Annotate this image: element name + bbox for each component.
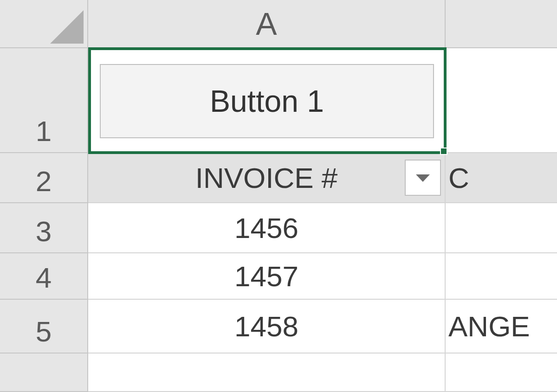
cell-b3[interactable]	[446, 203, 557, 253]
row-3: 3 1456	[0, 203, 557, 253]
row-4: 4 1457	[0, 253, 557, 300]
cell-b1[interactable]	[446, 48, 557, 153]
cell-b4[interactable]	[446, 253, 557, 300]
row-header-5[interactable]: 5	[0, 300, 88, 353]
cell-b2[interactable]: C	[446, 153, 557, 203]
row-header-3[interactable]: 3	[0, 203, 88, 253]
select-all-corner[interactable]	[0, 0, 88, 48]
row-header-2[interactable]: 2	[0, 153, 88, 203]
cell-b5[interactable]: ANGE	[446, 300, 557, 353]
row-header-4[interactable]: 4	[0, 253, 88, 300]
row-header-1[interactable]: 1	[0, 48, 88, 153]
form-button-1[interactable]: Button 1	[100, 64, 434, 138]
cell-a2[interactable]: INVOICE #	[88, 153, 446, 203]
filter-dropdown-button[interactable]	[405, 160, 441, 196]
svg-marker-0	[50, 10, 84, 44]
cell-a5[interactable]: 1458	[88, 300, 446, 353]
cell-b2-partial-text: C	[448, 161, 469, 194]
cell-a4[interactable]: 1457	[88, 253, 446, 300]
column-header-a[interactable]: A	[88, 0, 446, 48]
table-header-label: INVOICE #	[195, 161, 338, 194]
chevron-down-icon	[415, 173, 431, 183]
select-all-triangle-icon	[50, 10, 84, 44]
row-5: 5 1458 ANGE	[0, 300, 557, 353]
spreadsheet-grid: A 1 2 INVOICE # C 3 1456 4 1457	[0, 0, 557, 392]
row-header-6[interactable]	[0, 353, 88, 392]
svg-marker-1	[416, 174, 430, 182]
cell-b6[interactable]	[446, 353, 557, 392]
column-header-row: A	[0, 0, 557, 48]
column-header-b[interactable]	[446, 0, 557, 48]
cell-a6[interactable]	[88, 353, 446, 392]
cell-a3[interactable]: 1456	[88, 203, 446, 253]
row-6-partial	[0, 353, 557, 392]
row-2: 2 INVOICE # C	[0, 153, 557, 203]
